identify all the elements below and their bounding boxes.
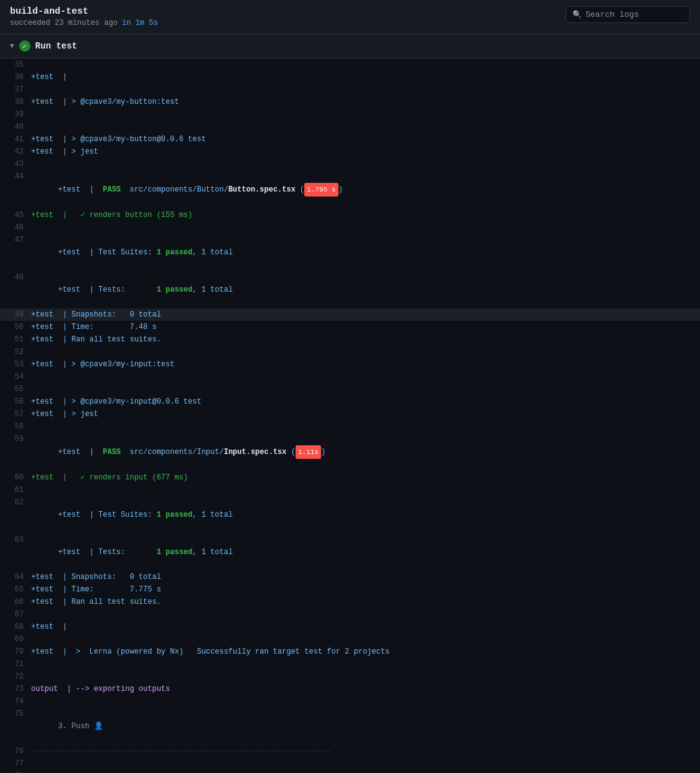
duration-badge: 1.795 s (304, 183, 338, 197)
status-text: succeeded (10, 19, 50, 27)
time-text: 23 minutes ago (55, 19, 118, 27)
log-line: 38 +test | > @cpave3/my-button:test (0, 96, 700, 108)
header-meta: succeeded 23 minutes ago in 1m 5s (10, 19, 158, 27)
log-line: 61 (0, 484, 700, 496)
header-info: build-and-test succeeded 23 minutes ago … (10, 6, 158, 27)
log-line: 72 (0, 670, 700, 683)
log-line: 45 +test | ✓ renders button (155 ms) (0, 209, 700, 221)
log-line: 63 +test | Tests: 1 passed, 1 total (0, 534, 700, 571)
log-line: 35 (0, 58, 700, 71)
log-line: 46 (0, 221, 700, 234)
search-icon: 🔍 (572, 10, 582, 19)
chevron-down-icon[interactable]: ▼ (10, 42, 14, 50)
log-line: 73 output | --> exporting outputs (0, 683, 700, 695)
duration-text: in 1m 5s (122, 19, 158, 27)
job-title: Run test (35, 41, 77, 51)
log-line: 37 (0, 83, 700, 96)
log-container: 35 36 +test | 37 38 +test | > @cpave3/my… (0, 58, 700, 773)
log-line: 60 +test | ✓ renders input (677 ms) (0, 471, 700, 484)
log-line: 57 +test | > jest (0, 408, 700, 420)
log-line: 53 +test | > @cpave3/my-input:test (0, 358, 700, 371)
search-box[interactable]: 🔍 (566, 6, 690, 23)
search-input[interactable] (586, 10, 683, 19)
log-line: 41 +test | > @cpave3/my-button@0.0.6 tes… (0, 133, 700, 146)
log-line: 69 (0, 633, 700, 646)
log-line: 77 (0, 757, 700, 770)
log-line: 42 +test | > jest (0, 146, 700, 158)
log-line: 75 3. Push 👤 (0, 708, 700, 745)
log-line-highlighted: 49 +test | Snapshots: 0 total (0, 308, 700, 321)
log-line: 40 (0, 121, 700, 133)
log-line: 64 +test | Snapshots: 0 total (0, 571, 700, 583)
log-line: 47 +test | Test Suites: 1 passed, 1 tota… (0, 234, 700, 271)
log-line: 39 (0, 108, 700, 121)
page-title: build-and-test (10, 6, 158, 17)
log-line: 51 +test | Ran all test suites. (0, 333, 700, 346)
log-line: 55 (0, 383, 700, 396)
log-line: 68 +test | (0, 621, 700, 633)
success-icon: ✓ (19, 40, 30, 52)
log-line: 59 +test | PASS src/components/Input/Inp… (0, 433, 700, 471)
log-line: 48 +test | Tests: 1 passed, 1 total (0, 271, 700, 308)
log-line: 56 +test | > @cpave3/my-input@0.0.6 test (0, 396, 700, 408)
log-line: 71 (0, 658, 700, 670)
log-line: 76 (0, 745, 700, 757)
log-line: 74 (0, 695, 700, 708)
log-line: 36 +test | (0, 71, 700, 83)
log-line: 50 +test | Time: 7.48 s (0, 321, 700, 333)
log-line: 62 +test | Test Suites: 1 passed, 1 tota… (0, 496, 700, 534)
page-header: build-and-test succeeded 23 minutes ago … (0, 0, 700, 34)
log-line: 43 (0, 158, 700, 170)
log-line: 67 (0, 608, 700, 621)
log-line: 52 (0, 346, 700, 358)
log-line: 70 +test | > Lerna (powered by Nx) Succe… (0, 646, 700, 658)
log-line: 58 (0, 420, 700, 433)
log-line: 54 (0, 371, 700, 383)
log-line: 65 +test | Time: 7.775 s (0, 583, 700, 596)
job-header[interactable]: ▼ ✓ Run test (0, 34, 700, 58)
log-line: 66 +test | Ran all test suites. (0, 596, 700, 608)
log-line: 78 (0, 770, 700, 773)
duration-badge-2: 1.11s (296, 445, 321, 459)
log-line: 44 +test | PASS src/components/Button/Bu… (0, 170, 700, 209)
